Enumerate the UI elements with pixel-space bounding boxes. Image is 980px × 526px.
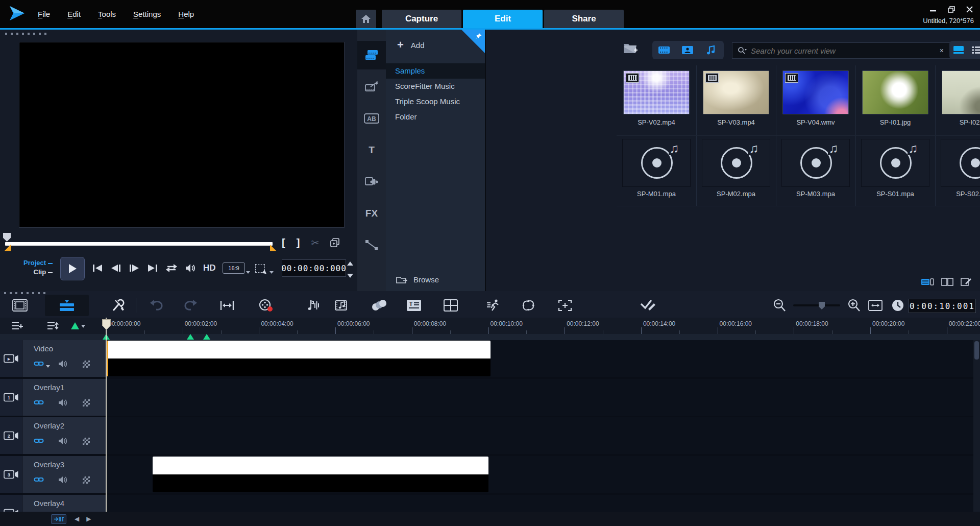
show-library-panel-icon[interactable] [921, 277, 934, 287]
toolbox-button[interactable] [107, 295, 129, 316]
link-track-icon[interactable] [34, 437, 44, 444]
tab-share[interactable]: Share [544, 10, 624, 28]
timeline-playhead-line[interactable] [106, 318, 107, 512]
track-header[interactable]: Video [22, 340, 106, 377]
track-transparency-icon[interactable] [83, 438, 90, 445]
volume-button[interactable] [185, 262, 196, 274]
ripple-edit-icon[interactable] [47, 321, 59, 331]
media-item[interactable]: ♫SP-M01.mpa [617, 136, 697, 206]
add-media-folder-button[interactable] [623, 42, 638, 55]
track-header[interactable]: Overlay2 [22, 417, 106, 454]
preview-scrubber[interactable] [5, 242, 273, 246]
previous-frame-button[interactable] [110, 262, 121, 274]
minimize-button[interactable] [929, 6, 937, 12]
undo-button[interactable] [146, 295, 167, 316]
link-track-icon[interactable] [34, 476, 44, 483]
scroll-to-track-button[interactable] [51, 514, 66, 524]
storyboard-view-button[interactable] [9, 295, 31, 316]
title-category-button[interactable]: T [357, 136, 386, 164]
link-track-icon[interactable] [34, 399, 44, 406]
show-audio-toggle[interactable] [699, 45, 723, 55]
track-lane[interactable] [107, 379, 980, 416]
graphics-category-button[interactable] [357, 168, 386, 196]
panel-drag-handle[interactable] [5, 33, 50, 35]
aspect-ratio-caret[interactable] [246, 267, 250, 278]
track-camera-icon[interactable]: 2 [0, 417, 22, 454]
mark-in-button[interactable]: [ [282, 237, 285, 248]
track-lane[interactable] [107, 495, 980, 512]
fit-timeline-button[interactable] [865, 295, 886, 316]
show-videos-toggle[interactable] [652, 45, 676, 55]
motion-tracking-button[interactable] [483, 295, 504, 316]
fit-project-button[interactable] [216, 295, 238, 316]
play-button[interactable] [60, 257, 85, 280]
track-camera-icon[interactable]: ▸ [0, 340, 22, 377]
media-item[interactable]: ♫SP-S01.mpa [855, 136, 936, 206]
home-tab[interactable] [356, 10, 376, 28]
selection-tool-button[interactable] [255, 262, 265, 274]
selection-tool-caret[interactable] [270, 267, 274, 278]
media-item[interactable]: SP-I02.jpg [935, 65, 980, 136]
track-scrollbar[interactable] [973, 340, 980, 512]
track-camera-icon[interactable]: 3 [0, 456, 22, 493]
sound-mixer-button[interactable] [302, 295, 324, 316]
subtitle-editor-button[interactable]: T [403, 295, 425, 316]
transition-category-button[interactable]: AB [357, 104, 386, 133]
media-item[interactable]: SP-V04.wmv [776, 65, 856, 136]
scroll-left-button[interactable]: ◀ [75, 515, 79, 522]
menu-item-file[interactable]: File [38, 10, 50, 18]
track-camera-icon[interactable]: 4 [0, 495, 22, 512]
menu-item-tools[interactable]: Tools [98, 10, 116, 18]
search-icon[interactable] [738, 46, 747, 55]
track-transparency-icon[interactable] [83, 361, 90, 368]
zoom-in-button[interactable] [843, 295, 865, 316]
menu-item-help[interactable]: Help [178, 10, 194, 18]
menu-item-edit[interactable]: Edit [67, 10, 81, 18]
preview-timecode[interactable]: 00:00:00:000 [282, 259, 346, 277]
timeline-clip[interactable] [153, 457, 489, 492]
track-header[interactable]: Overlay3 [22, 456, 106, 493]
trim-end-handle[interactable] [270, 245, 277, 251]
track-transparency-icon[interactable] [83, 399, 90, 407]
track-manager-icon[interactable] [11, 321, 23, 331]
library-folder-samples[interactable]: Samples [386, 63, 485, 79]
chapter-point-icon[interactable] [70, 322, 86, 330]
menu-item-settings[interactable]: Settings [133, 10, 161, 18]
customize-toolbar-button[interactable] [637, 295, 658, 316]
track-mute-icon[interactable] [58, 437, 67, 445]
media-item[interactable]: SP-V03.mp4 [696, 65, 776, 136]
track-lane[interactable] [107, 417, 980, 454]
library-folder-scorefitter-music[interactable]: ScoreFitter Music [386, 79, 485, 94]
clip-mode-toggle[interactable]: Clip [23, 268, 53, 277]
auto-music-button[interactable] [332, 295, 353, 316]
go-to-start-button[interactable] [92, 262, 103, 274]
split-screen-template-button[interactable] [440, 295, 461, 316]
duration-clock-icon[interactable] [887, 295, 909, 316]
track-mute-icon[interactable] [58, 476, 67, 484]
chapter-marker[interactable] [187, 334, 194, 340]
timeline-clip[interactable] [107, 341, 491, 376]
record-capture-button[interactable] [255, 295, 277, 316]
track-mute-icon[interactable] [58, 399, 67, 407]
browse-button[interactable]: Browse [396, 275, 439, 284]
mark-out-button[interactable]: ] [297, 237, 300, 248]
two-panel-view-icon[interactable] [941, 277, 953, 287]
track-header[interactable]: Overlay1 [22, 379, 106, 416]
filter-category-button[interactable]: FX [357, 199, 386, 228]
chapter-marker[interactable] [203, 334, 210, 340]
project-mode-toggle[interactable]: Project [23, 258, 53, 268]
timeline-ruler[interactable]: 00:00:00:0000:00:02:0000:00:04:0000:00:0… [0, 318, 980, 334]
media-item[interactable]: SP-I01.jpg [855, 65, 936, 136]
show-photos-toggle[interactable] [676, 45, 699, 55]
track-lane[interactable] [107, 340, 980, 377]
link-options-caret[interactable] [46, 365, 50, 368]
next-frame-button[interactable] [129, 262, 140, 274]
mask-creator-button[interactable] [518, 295, 539, 316]
enlarge-preview-icon[interactable] [330, 238, 339, 247]
motion-path-category-button[interactable] [357, 231, 386, 259]
close-button[interactable] [966, 6, 973, 13]
scroll-right-button[interactable]: ▶ [86, 515, 91, 522]
restore-button[interactable] [948, 6, 955, 13]
tab-capture[interactable]: Capture [382, 10, 461, 28]
timeline-zoom-slider[interactable] [793, 304, 840, 306]
